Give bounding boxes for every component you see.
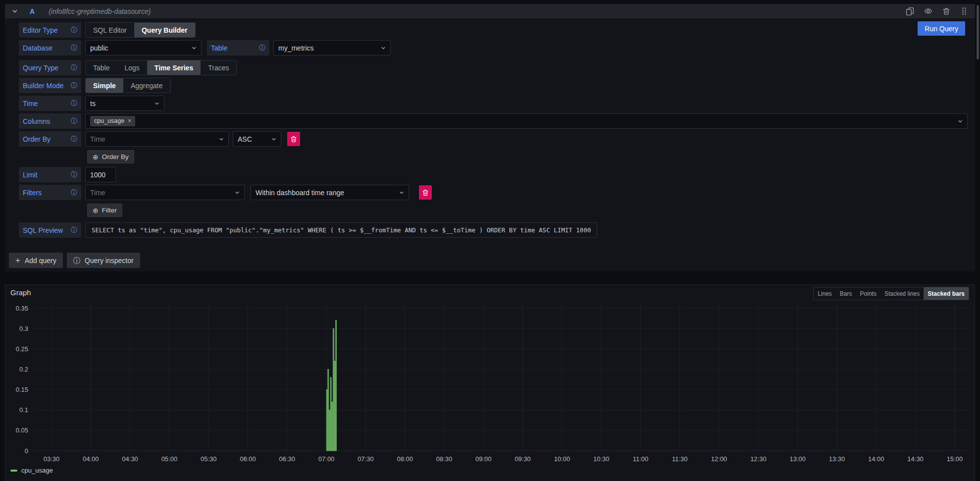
- sql-preview-label: SQL Preview ⓘ: [19, 222, 81, 238]
- svg-text:0.2: 0.2: [19, 366, 28, 373]
- trash-icon: [290, 136, 297, 143]
- remove-order-by-button[interactable]: [287, 132, 300, 146]
- database-value: public: [90, 44, 108, 52]
- svg-text:0.25: 0.25: [16, 345, 28, 353]
- svg-text:11:30: 11:30: [672, 455, 688, 463]
- table-value: my_metrics: [278, 44, 314, 52]
- toggle-visibility-button eye-icon[interactable]: [924, 7, 932, 15]
- svg-text:12:00: 12:00: [711, 455, 727, 463]
- builder-mode-option-aggregate[interactable]: Aggregate: [123, 78, 170, 93]
- query-header[interactable]: A (info8fcc-greptimedb-datasource): [5, 4, 975, 18]
- database-select[interactable]: public: [85, 40, 202, 55]
- info-icon[interactable]: ⓘ: [71, 171, 77, 178]
- filters-label: Filters ⓘ: [19, 185, 81, 200]
- plus-circle-icon: ⊕: [93, 207, 99, 214]
- svg-text:0.05: 0.05: [16, 427, 28, 434]
- info-icon[interactable]: ⓘ: [71, 64, 77, 71]
- svg-text:08:30: 08:30: [436, 455, 453, 463]
- drag-handle grip-icon[interactable]: [960, 7, 968, 15]
- info-circle-icon: ⓘ: [73, 257, 80, 264]
- query-inspector-button[interactable]: ⓘ Query inspector: [67, 253, 140, 268]
- order-by-direction-select[interactable]: ASC: [233, 131, 281, 147]
- info-icon[interactable]: ⓘ: [71, 100, 77, 107]
- info-icon[interactable]: ⓘ: [71, 118, 77, 124]
- columns-label-text: Columns: [23, 117, 50, 125]
- info-icon[interactable]: ⓘ: [71, 136, 77, 142]
- editor-type-label: Editor Type ⓘ: [19, 22, 81, 38]
- svg-text:0.35: 0.35: [16, 305, 28, 312]
- order-by-direction-value: ASC: [238, 135, 252, 143]
- row-limit: Limit ⓘ: [19, 167, 968, 182]
- delete-query-button trash-icon[interactable]: [942, 7, 950, 15]
- query-refid: A: [30, 7, 35, 15]
- scrollbar[interactable]: [977, 5, 979, 59]
- svg-text:07:30: 07:30: [358, 455, 374, 463]
- editor-type-option-query-builder[interactable]: Query Builder: [134, 23, 195, 37]
- row-sql-preview: SQL Preview ⓘ SELECT ts as "time", cpu_u…: [19, 222, 968, 238]
- editor-type-option-sql-editor[interactable]: SQL Editor: [86, 23, 134, 37]
- query-type-option-time-series[interactable]: Time Series: [147, 60, 201, 75]
- filter-condition-value: Within dashboard time range: [256, 189, 344, 197]
- svg-text:05:00: 05:00: [161, 455, 178, 463]
- row-builder-mode: Builder Mode ⓘ Simple Aggregate: [19, 78, 968, 93]
- remove-filter-button[interactable]: [419, 185, 432, 200]
- chevron-down-icon[interactable]: [12, 8, 18, 14]
- row-database-table: Database ⓘ public Table ⓘ my_metrics: [19, 40, 968, 55]
- svg-text:05:30: 05:30: [201, 455, 217, 463]
- duplicate-query-button copy-icon[interactable]: [906, 7, 914, 15]
- table-select[interactable]: my_metrics: [273, 40, 391, 55]
- svg-text:0.3: 0.3: [19, 325, 28, 332]
- query-inspector-label: Query inspector: [85, 257, 134, 265]
- limit-input[interactable]: [85, 167, 116, 182]
- info-icon[interactable]: ⓘ: [259, 45, 265, 51]
- run-query-button[interactable]: Run Query: [918, 21, 965, 36]
- svg-text:04:30: 04:30: [122, 455, 138, 463]
- builder-mode-option-simple[interactable]: Simple: [86, 78, 123, 93]
- row-time: Time ⓘ ts: [19, 96, 968, 111]
- svg-text:0: 0: [25, 447, 28, 455]
- info-icon[interactable]: ⓘ: [71, 189, 77, 196]
- svg-text:0.15: 0.15: [16, 386, 28, 393]
- query-type-option-logs[interactable]: Logs: [117, 60, 147, 75]
- info-icon[interactable]: ⓘ: [71, 27, 77, 33]
- order-by-column-select[interactable]: Time: [85, 131, 229, 147]
- filter-condition-select[interactable]: Within dashboard time range: [251, 185, 409, 200]
- svg-text:06:30: 06:30: [279, 455, 296, 463]
- datasource-name: (info8fcc-greptimedb-datasource): [49, 7, 151, 15]
- info-icon[interactable]: ⓘ: [71, 227, 77, 233]
- graph-panel: Graph Lines Bars Points Stacked lines St…: [5, 284, 975, 481]
- database-label: Database ⓘ: [19, 40, 81, 55]
- column-tag[interactable]: cpu_usage ×: [90, 116, 135, 126]
- table-label: Table ⓘ: [207, 40, 269, 55]
- add-order-by-label: Order By: [102, 153, 129, 160]
- add-order-by-button[interactable]: ⊕ Order By: [87, 150, 134, 163]
- limit-label-text: Limit: [23, 171, 38, 179]
- svg-text:04:00: 04:00: [83, 455, 99, 463]
- svg-text:13:00: 13:00: [789, 455, 806, 463]
- svg-text:11:00: 11:00: [633, 455, 649, 463]
- add-query-button[interactable]: + Add query: [9, 253, 63, 268]
- query-type-label-text: Query Type: [23, 64, 58, 72]
- svg-text:08:00: 08:00: [397, 455, 413, 463]
- columns-multiselect[interactable]: cpu_usage ×: [85, 113, 968, 129]
- svg-text:10:00: 10:00: [554, 455, 570, 463]
- query-type-option-traces[interactable]: Traces: [201, 60, 236, 75]
- row-columns: Columns ⓘ cpu_usage ×: [19, 113, 968, 129]
- legend-item-cpu-usage[interactable]: cpu_usage: [10, 467, 53, 474]
- remove-tag-icon[interactable]: ×: [128, 117, 131, 124]
- editor-type-label-text: Editor Type: [23, 26, 58, 34]
- svg-text:07:00: 07:00: [318, 455, 335, 463]
- info-icon[interactable]: ⓘ: [71, 45, 77, 51]
- editor-type-toggle: SQL Editor Query Builder: [85, 22, 196, 38]
- add-filter-button[interactable]: ⊕ Filter: [87, 204, 122, 217]
- database-label-text: Database: [23, 44, 52, 52]
- svg-text:12:30: 12:30: [750, 455, 767, 463]
- limit-label: Limit ⓘ: [19, 167, 81, 182]
- query-type-option-table[interactable]: Table: [86, 60, 117, 75]
- chevron-down-icon: [399, 190, 404, 195]
- info-icon[interactable]: ⓘ: [71, 82, 77, 89]
- filter-column-select[interactable]: Time: [85, 185, 245, 200]
- time-column-select[interactable]: ts: [85, 96, 164, 111]
- sql-preview-text: SELECT ts as "time", cpu_usage FROM "pub…: [85, 222, 597, 238]
- filter-column-placeholder: Time: [90, 189, 105, 197]
